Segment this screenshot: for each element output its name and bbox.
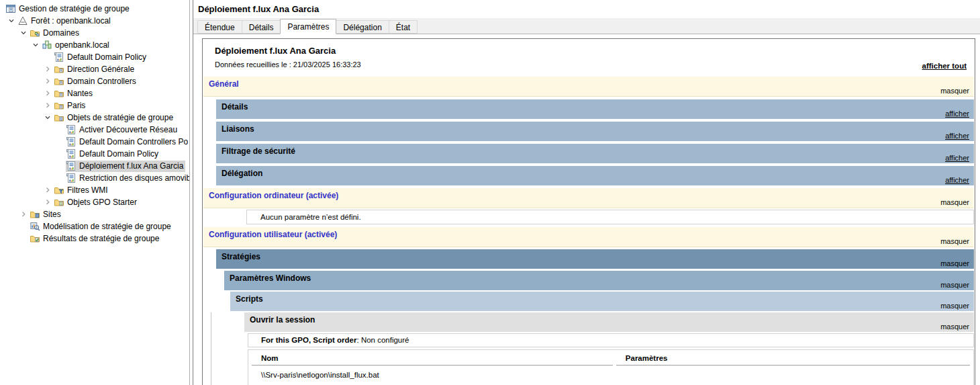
tree-item-label: openbank.local — [55, 40, 111, 50]
tree-item-label: Forêt : openbank.local — [31, 15, 113, 26]
tree-item-label: Gestion de stratégie de groupe — [19, 3, 132, 14]
section-user-toggle[interactable]: masquer — [940, 237, 969, 245]
script-order-label: For this GPO, Script order — [261, 336, 357, 344]
tree-item-domains[interactable]: Domaines — [0, 27, 189, 39]
show-all-link[interactable]: afficher tout — [922, 62, 967, 70]
tree-item-label: Résultats de stratégie de groupe — [43, 233, 161, 244]
tree-item-ou-paris[interactable]: Paris — [0, 99, 189, 112]
tree-item-label: Restriction des disques amovib — [79, 173, 190, 183]
section-general-title: Général — [209, 79, 239, 89]
tree-item-starter-gpos[interactable]: Objets GPO Starter — [0, 196, 189, 208]
chevron-slot-empty — [17, 233, 30, 244]
tree-item-default-domain-policy-link[interactable]: Default Domain Policy — [0, 51, 189, 63]
tree-item-ou-nantes[interactable]: Nantes — [0, 87, 189, 99]
chevron-right-icon[interactable] — [17, 209, 30, 220]
row-filtrage-toggle[interactable]: afficher — [945, 154, 969, 162]
tree-item-domain-openbank[interactable]: openbank.local — [0, 39, 189, 51]
tree-item-label: Objets de stratégie de groupe — [67, 112, 175, 123]
console-icon — [5, 3, 16, 14]
chevron-right-icon[interactable] — [42, 88, 54, 99]
tab-delegation[interactable]: Délégation — [336, 20, 389, 34]
tree-item-ou-domain-controllers[interactable]: Domain Controllers — [0, 75, 189, 87]
starter-folder-icon — [54, 197, 64, 208]
modeling-icon — [30, 221, 40, 232]
script-params-cell — [616, 366, 970, 385]
row-liaisons-band: Liaisons afficher — [216, 122, 974, 141]
row-details-toggle[interactable]: afficher — [945, 110, 969, 118]
tree-item-label: Nantes — [67, 88, 95, 99]
ou-icon — [54, 100, 64, 111]
row-details-band: Détails afficher — [216, 99, 974, 119]
tab-etendue[interactable]: Étendue — [197, 20, 242, 34]
gpo-icon — [66, 148, 77, 159]
section-user-band: Configuration utilisateur (activée) masq… — [203, 227, 974, 247]
column-header-nom: Nom — [252, 350, 613, 366]
section-computer-title: Configuration ordinateur (activée) — [209, 191, 338, 200]
policies-toggle[interactable]: masquer — [940, 259, 969, 267]
scripts-toggle[interactable]: masquer — [940, 302, 969, 310]
script-path-cell: \\Srv-paris\netlogon\install_flux.bat — [252, 366, 613, 385]
tree-item-ou-direction-generale[interactable]: Direction Générale — [0, 63, 189, 75]
ou-icon — [54, 88, 64, 99]
forest-icon — [17, 15, 28, 26]
results-icon — [30, 233, 40, 244]
gpo-icon — [66, 161, 77, 171]
column-header-parametres: Paramètres — [616, 350, 970, 366]
section-general-toggle[interactable]: masquer — [940, 87, 969, 95]
tree-item-forest-openbank[interactable]: Forêt : openbank.local — [0, 15, 189, 27]
chevron-down-icon[interactable] — [5, 15, 17, 26]
scripts-table-row: \\Srv-paris\netlogon\install_flux.bat — [252, 366, 970, 385]
logon-toggle[interactable]: masquer — [940, 323, 969, 331]
row-delegation-toggle[interactable]: afficher — [945, 176, 969, 184]
computer-empty-message: Aucun paramètre n’est défini. — [246, 210, 974, 224]
tree-item-label: Paris — [67, 100, 87, 111]
chevron-down-icon[interactable] — [30, 40, 42, 50]
logon-band: Ouvrir la session masquer — [244, 312, 974, 332]
tree-item-gpo-deploiement-flux[interactable]: Déploiement f.lux Ana Garcia — [0, 160, 189, 172]
tree-item-label: Filtres WMI — [67, 185, 110, 196]
tree-item-gpm-root[interactable]: Gestion de stratégie de groupe — [0, 3, 189, 15]
row-liaisons-toggle[interactable]: afficher — [945, 132, 969, 140]
gpo-icon — [54, 52, 64, 62]
section-computer-band: Configuration ordinateur (activée) masqu… — [203, 188, 974, 208]
chevron-right-icon[interactable] — [42, 76, 54, 87]
row-filtrage-title: Filtrage de sécurité — [222, 146, 295, 156]
chevron-right-icon[interactable] — [42, 100, 54, 111]
tree-item-label: Domaines — [43, 28, 81, 38]
tree-item-gpo-restriction-disques[interactable]: Restriction des disques amovib — [0, 172, 189, 184]
tab-etat[interactable]: État — [389, 20, 418, 34]
ou-icon — [54, 64, 64, 75]
tree-item-label: Domain Controllers — [67, 76, 138, 87]
ou-icon — [54, 76, 64, 87]
tree-item-gpo-container[interactable]: Objets de stratégie de groupe — [0, 112, 189, 124]
section-user-title: Configuration utilisateur (activée) — [209, 230, 337, 239]
tree-item-gp-modeling[interactable]: Modélisation de stratégie de groupe — [0, 220, 189, 232]
domains-icon — [30, 28, 40, 38]
tree-item-gpo-default-domain-policy[interactable]: Default Domain Policy — [0, 148, 189, 160]
tree-item-gpo-activer-decouverte-reseau[interactable]: Activer Découverte Réseau — [0, 124, 189, 136]
windows-settings-toggle[interactable]: masquer — [940, 281, 969, 289]
chevron-slot-empty — [42, 52, 54, 62]
policies-band: Stratégies masquer — [216, 249, 974, 269]
gpmc-navigation-tree[interactable]: Gestion de stratégie de groupeForêt : op… — [0, 0, 190, 385]
chevron-slot-empty — [54, 136, 66, 147]
chevron-down-icon[interactable] — [17, 28, 30, 38]
chevron-right-icon[interactable] — [42, 64, 54, 75]
section-computer-toggle[interactable]: masquer — [940, 198, 969, 206]
tree-item-gp-results[interactable]: Résultats de stratégie de groupe — [0, 232, 189, 245]
pane-title: Déploiement f.lux Ana Garcia — [198, 4, 319, 14]
row-delegation-band: Délégation afficher — [216, 166, 974, 185]
tab-details[interactable]: Détails — [242, 20, 281, 34]
report-collected-date: Données recueillies le : 21/03/2025 16:3… — [215, 60, 968, 69]
wmi-folder-icon — [54, 185, 64, 196]
chevron-right-icon[interactable] — [42, 185, 54, 196]
chevron-down-icon[interactable] — [42, 112, 54, 123]
tree-item-sites[interactable]: Sites — [0, 208, 189, 220]
tree-item-gpo-default-domain-controllers[interactable]: Default Domain Controllers Po — [0, 136, 189, 148]
chevron-right-icon[interactable] — [42, 197, 54, 208]
tree-item-label: Déploiement f.lux Ana Garcia — [79, 161, 185, 171]
scripts-band: Scripts masquer — [230, 292, 974, 311]
tab-parametres[interactable]: Paramètres — [280, 19, 336, 34]
tree-item-label: Default Domain Policy — [67, 52, 148, 62]
tree-item-wmi-filters[interactable]: Filtres WMI — [0, 184, 189, 196]
